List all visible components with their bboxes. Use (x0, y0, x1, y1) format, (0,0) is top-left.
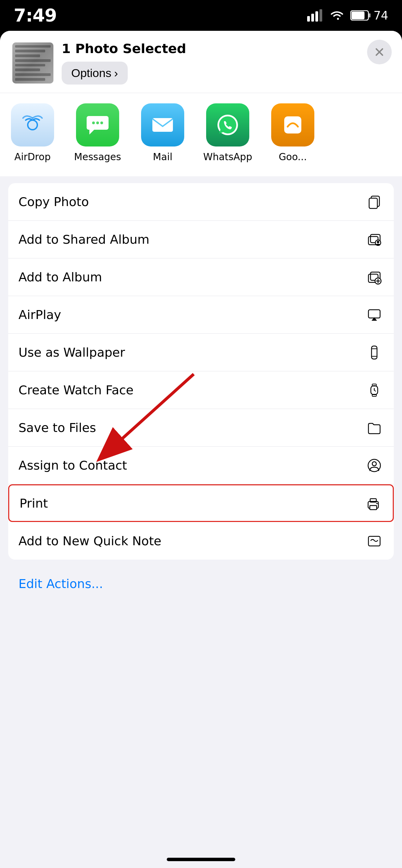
add-album-icon (365, 268, 384, 286)
svg-rect-26 (372, 346, 377, 359)
svg-point-39 (376, 503, 378, 504)
status-icons: 74 (307, 9, 388, 22)
options-button[interactable]: Options › (62, 62, 128, 85)
watch-face-item[interactable]: Create Watch Face (8, 371, 394, 409)
svg-point-7 (28, 120, 37, 130)
airplay-label: AirPlay (18, 308, 61, 322)
svg-rect-1 (311, 14, 314, 22)
quick-note-item[interactable]: Add to New Quick Note (8, 522, 394, 560)
svg-line-31 (374, 390, 376, 391)
print-label: Print (20, 496, 48, 510)
battery-level: 74 (374, 9, 388, 22)
assign-contact-label: Assign to Contact (18, 458, 127, 472)
airdrop-label: AirDrop (14, 151, 51, 163)
airdrop-icon (11, 103, 54, 146)
print-icon (364, 494, 382, 512)
sheet-header: 1 Photo Selected Options › (0, 31, 402, 93)
copy-photo-label: Copy Photo (18, 195, 89, 209)
battery-icon: 74 (350, 9, 388, 22)
svg-point-19 (377, 241, 379, 243)
watch-face-label: Create Watch Face (18, 383, 134, 397)
svg-rect-5 (369, 13, 370, 17)
mail-icon (141, 103, 184, 146)
svg-rect-38 (370, 506, 377, 510)
files-icon (365, 419, 384, 437)
close-button[interactable] (367, 40, 392, 64)
whatsapp-label: WhatsApp (203, 151, 252, 163)
svg-point-8 (92, 122, 95, 124)
save-files-label: Save to Files (18, 421, 96, 435)
edit-actions[interactable]: Edit Actions... (0, 566, 402, 601)
svg-rect-3 (319, 9, 322, 22)
wifi-icon (329, 9, 345, 22)
apps-row: AirDrop Messages Mail (0, 93, 402, 176)
share-sheet: 1 Photo Selected Options › (0, 31, 402, 868)
svg-rect-25 (368, 310, 380, 318)
svg-rect-0 (307, 16, 310, 22)
watch-icon (365, 381, 384, 399)
add-shared-album-label: Add to Shared Album (18, 232, 149, 246)
header-info: 1 Photo Selected Options › (62, 41, 390, 85)
app-item-messages[interactable]: Messages (65, 100, 130, 166)
messages-label: Messages (74, 151, 121, 163)
add-album-item[interactable]: Add to Album (8, 258, 394, 296)
options-chevron: › (114, 66, 118, 80)
app-item-goodnotes[interactable]: Goo... (260, 100, 325, 166)
airplay-item[interactable]: AirPlay (8, 296, 394, 334)
print-item[interactable]: Print (8, 484, 394, 522)
photo-thumbnail (12, 42, 53, 84)
whatsapp-icon (206, 103, 249, 146)
quick-note-label: Add to New Quick Note (18, 534, 161, 548)
close-icon (374, 46, 385, 58)
app-item-mail[interactable]: Mail (130, 100, 195, 166)
selection-count: 1 Photo Selected (62, 41, 390, 56)
svg-point-35 (372, 462, 376, 466)
svg-rect-40 (368, 536, 380, 546)
battery-shape (350, 10, 371, 21)
contact-icon (365, 456, 384, 475)
signal-icon (307, 9, 324, 22)
svg-point-10 (100, 122, 103, 124)
mail-label: Mail (153, 151, 173, 163)
app-item-whatsapp[interactable]: WhatsApp (195, 100, 260, 166)
goodnotes-icon (271, 103, 314, 146)
wallpaper-icon (365, 343, 384, 362)
menu-list: Copy Photo Add to Shared Album (8, 183, 394, 560)
assign-contact-item[interactable]: Assign to Contact (8, 447, 394, 484)
edit-actions-label: Edit Actions... (18, 577, 103, 591)
svg-rect-13 (284, 116, 301, 133)
svg-rect-2 (315, 11, 318, 22)
add-shared-album-item[interactable]: Add to Shared Album (8, 221, 394, 258)
svg-rect-6 (351, 12, 364, 20)
status-bar: 7:49 74 (0, 0, 402, 31)
wallpaper-item[interactable]: Use as Wallpaper (8, 334, 394, 371)
copy-photo-item[interactable]: Copy Photo (8, 183, 394, 221)
shared-album-icon (365, 230, 384, 249)
options-label: Options (71, 66, 111, 80)
messages-icon (76, 103, 119, 146)
wallpaper-label: Use as Wallpaper (18, 345, 125, 359)
svg-rect-33 (372, 394, 376, 396)
status-time: 7:49 (14, 5, 56, 26)
app-item-airdrop[interactable]: AirDrop (0, 100, 65, 166)
svg-point-9 (96, 122, 99, 124)
home-indicator (167, 858, 235, 861)
copy-icon (365, 193, 384, 211)
goodnotes-label: Goo... (279, 151, 307, 163)
save-files-item[interactable]: Save to Files (8, 409, 394, 447)
add-album-label: Add to Album (18, 270, 102, 284)
airplay-icon (365, 306, 384, 324)
svg-rect-32 (372, 384, 376, 386)
quick-note-icon (365, 532, 384, 550)
svg-rect-11 (152, 118, 173, 132)
svg-rect-15 (369, 198, 377, 208)
